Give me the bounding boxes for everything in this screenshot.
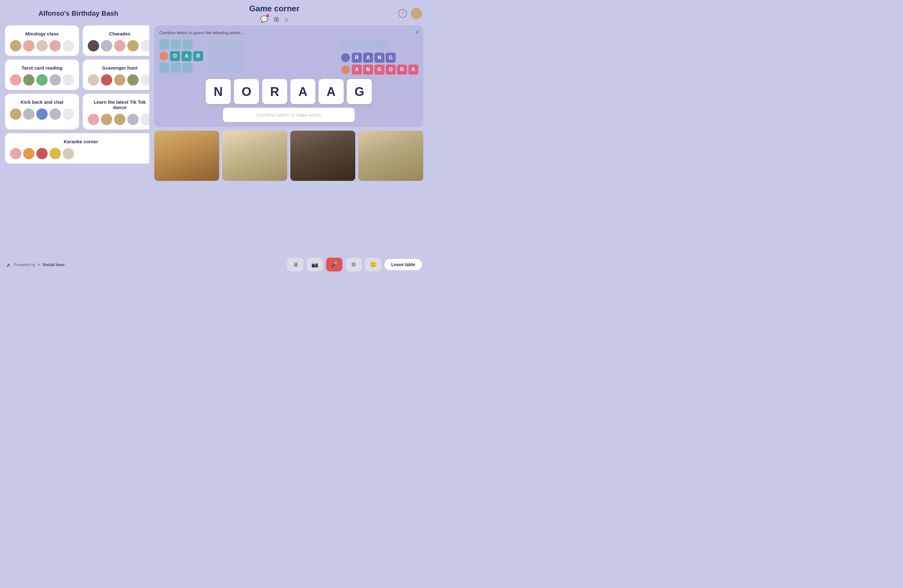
mute-button[interactable]: 🎤 <box>326 258 342 272</box>
oar-section: O A R <box>159 51 203 61</box>
letter-tile-G2: G <box>374 64 384 75</box>
avatar <box>23 108 35 120</box>
avatar <box>88 114 99 125</box>
avatar <box>50 108 61 120</box>
room-card-charades[interactable]: Charades <box>83 25 149 56</box>
letter-tile-G[interactable]: G <box>347 79 372 104</box>
screen-share-button[interactable]: 🖥 <box>287 258 304 272</box>
grid-cell <box>364 39 374 50</box>
grid-cell <box>209 63 219 73</box>
avatar <box>36 74 48 86</box>
grid-cell <box>233 63 243 73</box>
avatar <box>88 74 99 86</box>
avatar <box>50 40 61 52</box>
room-avatars <box>10 40 74 52</box>
chat-icon-btn[interactable]: 💬 <box>260 15 268 23</box>
letter-tile-R3: R <box>397 64 407 75</box>
letter-tile-A[interactable]: A <box>290 79 315 104</box>
game-icon-btn[interactable]: ⊞ <box>274 15 279 23</box>
letter-tile-A2[interactable]: A <box>319 79 344 104</box>
avatar-placeholder <box>140 114 149 125</box>
camera-button[interactable]: 📷 <box>307 258 323 272</box>
avatar <box>23 74 35 86</box>
top-bar-right: ? <box>398 8 422 19</box>
player-avatar-angora <box>341 65 350 74</box>
room-card-kickback[interactable]: Kick back and chat <box>5 94 79 129</box>
room-card-mixology[interactable]: Mixology class <box>5 25 79 56</box>
game-instruction: Combine letters to guess the following w… <box>159 30 418 35</box>
room-name: Learn the latest Tik Tok dance <box>88 99 149 110</box>
svg-point-1 <box>412 15 421 19</box>
avatar-placeholder <box>140 74 149 86</box>
avatar <box>36 148 48 159</box>
grid-cell <box>221 51 231 61</box>
video-face-3 <box>290 131 355 181</box>
powered-by: Powered by ✳ Social hour <box>14 263 64 267</box>
video-strip <box>154 131 423 181</box>
game-close-button[interactable]: × <box>415 29 419 36</box>
left-panel: Mixology class Charades <box>5 25 149 255</box>
leave-table-button[interactable]: Leave table <box>384 259 422 270</box>
room-avatars <box>88 114 149 125</box>
avatar <box>10 74 21 86</box>
video-thumb-2 <box>222 131 287 181</box>
avatar-placeholder <box>63 74 74 86</box>
letter-tile-A4: A <box>408 64 418 75</box>
video-face-2 <box>222 131 287 181</box>
room-name: Karaoke corner <box>10 139 149 144</box>
page-title: Game corner <box>249 4 299 14</box>
game-grid-icon: ⊞ <box>274 16 279 22</box>
main-content: Mixology class Charades <box>0 25 428 255</box>
grid-cell <box>233 51 243 61</box>
grid-cell <box>182 39 192 50</box>
bottom-bar: 🔈 Powered by ✳ Social hour 🖥 📷 🎤 ⚙ 🙂 Lea… <box>0 255 428 275</box>
avatar <box>10 40 21 52</box>
grid-cell <box>209 39 219 50</box>
room-card-tiktok[interactable]: Learn the latest Tik Tok dance <box>83 94 149 129</box>
avatar <box>50 74 61 86</box>
room-name: Charades <box>88 31 149 36</box>
grid-cell <box>233 39 243 50</box>
room-avatars <box>10 148 149 159</box>
letter-tile-N[interactable]: N <box>206 79 231 104</box>
avatar-placeholder <box>63 40 74 52</box>
avatar <box>23 40 35 52</box>
emoji-button[interactable]: 🙂 <box>365 258 381 272</box>
search-room-btn[interactable]: ⌕ <box>285 16 288 23</box>
word-input-area[interactable]: Combine letters to make words <box>223 108 355 122</box>
settings-button[interactable]: ⚙ <box>346 258 362 272</box>
room-avatars <box>10 108 74 120</box>
video-face-4 <box>359 131 423 181</box>
settings-icon: ⚙ <box>351 261 356 268</box>
letter-tile-A: A <box>181 51 192 61</box>
video-face-1 <box>154 131 219 181</box>
room-avatars <box>10 74 74 86</box>
avatar <box>114 74 126 86</box>
help-button[interactable]: ? <box>398 9 407 18</box>
bottom-left: 🔈 Powered by ✳ Social hour <box>6 263 64 267</box>
room-avatars <box>88 40 149 52</box>
player-avatar-oar <box>159 52 168 60</box>
angora-section: A N G O R A <box>341 64 418 75</box>
avatar <box>63 148 74 159</box>
player-avatar-rang <box>341 53 350 62</box>
avatar <box>101 40 112 52</box>
word-input-placeholder: Combine letters to make words <box>256 112 321 118</box>
letter-tile-O[interactable]: O <box>234 79 259 104</box>
grid-cell <box>376 39 386 50</box>
top-bar: Alfonso's Birthday Bash Game corner 💬 ⊞ … <box>0 0 428 25</box>
mute-icon: 🎤 <box>331 261 338 268</box>
grid-cell <box>209 51 219 61</box>
room-name: Tarot card reading <box>10 65 74 71</box>
letter-tile-R[interactable]: R <box>262 79 287 104</box>
room-name: Kick back and chat <box>10 99 74 105</box>
room-card-karaoke[interactable]: Karaoke corner <box>5 133 149 164</box>
grid-cell <box>341 39 351 50</box>
grid-cell <box>221 63 231 73</box>
chat-badge <box>266 14 269 17</box>
snowflake-icon: ✳ <box>37 263 41 267</box>
letter-tile-N2: N <box>363 64 373 75</box>
room-card-scavenger[interactable]: Scavenger hunt <box>83 60 149 90</box>
letter-tile-O: O <box>170 51 180 61</box>
room-card-tarot[interactable]: Tarot card reading <box>5 60 79 90</box>
